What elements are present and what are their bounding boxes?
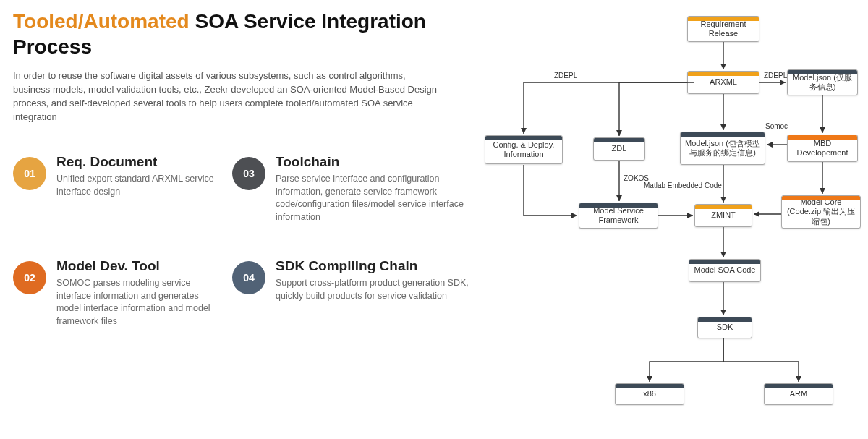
node-mbd: MBD Developement <box>787 135 858 162</box>
badge-01: 01 <box>13 157 46 190</box>
badge-03: 03 <box>232 157 265 190</box>
node-label: Model.json (包含模型与服务的绑定信息) <box>684 139 762 158</box>
item-desc: SOMOC parses modeling service interface … <box>56 277 219 328</box>
intro-paragraph: In order to reuse the software digital a… <box>13 69 440 124</box>
node-label: Model Core (Code.zip 输出为压缩包) <box>785 197 857 226</box>
diagram-area: Requirement Release ARXML Model.json (仅服… <box>477 0 868 439</box>
node-msoa: Model SOA Code <box>689 259 761 282</box>
item-desc: Support cross-platform product generatio… <box>276 277 471 302</box>
node-label: x86 <box>643 389 656 398</box>
item-02: 02 Model Dev. Tool SOMOC parses modeling… <box>13 258 219 328</box>
item-04: 04 SDK Compiling Chain Support cross-pla… <box>232 258 471 328</box>
node-label: ARXML <box>710 77 737 87</box>
node-label: ZDL <box>612 144 627 153</box>
node-label: Model SOA Code <box>694 265 756 275</box>
item-title: Toolchain <box>276 154 471 170</box>
node-label: ARM <box>790 389 807 398</box>
label-zdepl1: ZDEPL <box>554 72 578 80</box>
item-title: SDK Compiling Chain <box>276 258 471 274</box>
badge-04: 04 <box>232 261 265 294</box>
node-arm: ARM <box>764 383 833 405</box>
item-title: Model Dev. Tool <box>56 258 219 274</box>
label-somoc: Somoc <box>765 122 788 130</box>
items-grid: 01 Req. Document Unified export standard… <box>13 154 470 328</box>
item-01: 01 Req. Document Unified export standard… <box>13 154 219 223</box>
title-highlight: Tooled/Automated <box>13 10 190 33</box>
node-label: SDK <box>717 323 733 332</box>
node-label: Config. & Deploy. Information <box>488 140 559 159</box>
node-label: Model.json (仅服务信息) <box>791 73 854 92</box>
node-zmint: ZMINT <box>694 204 752 227</box>
badge-02: 02 <box>13 261 46 294</box>
node-label: Model Service Framework <box>582 206 655 225</box>
node-requirement-release: Requirement Release <box>687 16 760 42</box>
node-zdl: ZDL <box>593 137 645 161</box>
label-zdepl2: ZDEPL <box>764 72 788 80</box>
node-arxml: ARXML <box>687 71 760 94</box>
node-label: MBD Developement <box>791 139 854 158</box>
node-sdk: SDK <box>697 317 752 338</box>
node-label: ZMINT <box>711 210 736 220</box>
label-zokos: ZOKOS <box>624 174 649 182</box>
node-modelcore: Model Core (Code.zip 输出为压缩包) <box>781 195 861 229</box>
node-x86: x86 <box>615 383 684 405</box>
item-desc: Unified export standard ARXML service in… <box>56 173 219 198</box>
node-modeljson2: Model.json (包含模型与服务的绑定信息) <box>680 132 765 165</box>
item-title: Req. Document <box>56 154 219 170</box>
node-label: Requirement Release <box>691 20 756 38</box>
item-03: 03 Toolchain Parse service interface and… <box>232 154 471 223</box>
label-matlab: Matlab Embedded Code <box>644 182 722 189</box>
page-title: Tooled/Automated SOA Service Integration… <box>13 9 470 59</box>
node-config: Config. & Deploy. Information <box>485 135 563 164</box>
node-msf: Model Service Framework <box>579 203 658 229</box>
node-modeljson1: Model.json (仅服务信息) <box>787 69 858 95</box>
item-desc: Parse service interface and configuratio… <box>276 173 471 223</box>
